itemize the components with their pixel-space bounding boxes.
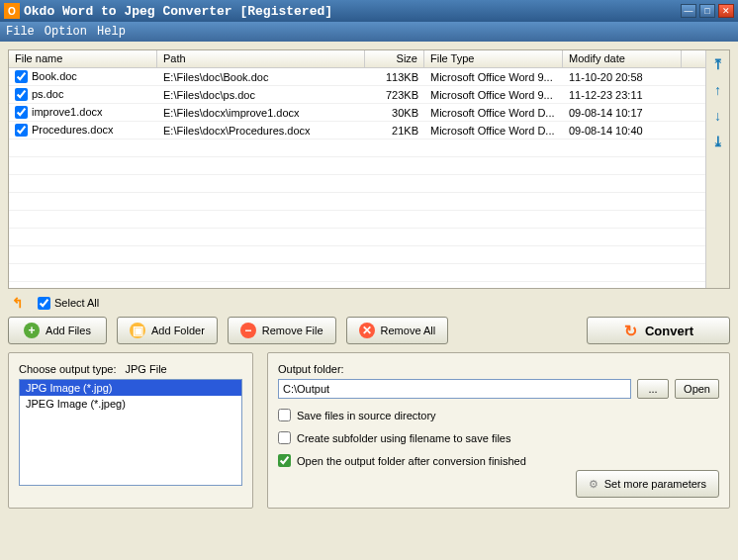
- file-list-panel: File name Path Size File Type Modify dat…: [8, 49, 730, 289]
- output-folder-input[interactable]: [278, 379, 631, 399]
- add-folder-label: Add Folder: [151, 325, 205, 336]
- menu-option[interactable]: Option: [45, 25, 87, 39]
- output-type-listbox[interactable]: JPG Image (*.jpg)JPEG Image (*.jpeg): [19, 379, 242, 486]
- col-header-path[interactable]: Path: [157, 50, 365, 67]
- list-item[interactable]: JPG Image (*.jpg): [20, 380, 241, 396]
- x-icon: ✕: [359, 323, 375, 338]
- gear-icon: ⚙: [589, 478, 599, 491]
- up-folder-icon[interactable]: ↰: [12, 295, 24, 311]
- save-in-source-label[interactable]: Save files in source directory: [297, 410, 436, 421]
- titlebar: O Okdo Word to Jpeg Converter [Registere…: [0, 0, 738, 22]
- convert-button[interactable]: ↻Convert: [587, 317, 730, 344]
- remove-file-button[interactable]: −Remove File: [228, 317, 336, 344]
- add-files-button[interactable]: +Add Files: [8, 317, 107, 344]
- app-icon: O: [4, 3, 20, 19]
- maximize-button[interactable]: □: [699, 4, 715, 18]
- output-type-current: JPG File: [126, 363, 167, 375]
- output-type-label: Choose output type:: [19, 363, 116, 375]
- create-subfolder-label[interactable]: Create subfolder using filename to save …: [297, 432, 510, 444]
- output-folder-panel: Output folder: ... Open Save files in so…: [267, 352, 730, 509]
- row-checkbox[interactable]: [15, 106, 28, 119]
- row-checkbox[interactable]: [15, 124, 28, 137]
- col-header-name[interactable]: File name: [9, 50, 157, 67]
- minimize-button[interactable]: —: [681, 4, 696, 18]
- select-all-label[interactable]: Select All: [54, 297, 99, 309]
- list-item[interactable]: JPEG Image (*.jpeg): [20, 396, 241, 412]
- add-folder-button[interactable]: ▣Add Folder: [117, 317, 218, 344]
- remove-all-button[interactable]: ✕Remove All: [346, 317, 449, 344]
- add-files-label: Add Files: [46, 325, 91, 336]
- window-title: Okdo Word to Jpeg Converter [Registered]: [24, 4, 681, 19]
- row-checkbox[interactable]: [15, 88, 28, 101]
- more-parameters-label: Set more parameters: [604, 478, 706, 490]
- move-bottom-button[interactable]: ⤓: [710, 134, 726, 149]
- browse-button[interactable]: ...: [637, 379, 669, 399]
- open-folder-button[interactable]: Open: [675, 379, 719, 399]
- table-row[interactable]: Procedures.docxE:\Files\docx\Procedures.…: [9, 122, 705, 140]
- menu-file[interactable]: File: [6, 25, 35, 39]
- folder-icon: ▣: [130, 323, 145, 338]
- output-folder-label: Output folder:: [278, 363, 719, 375]
- output-type-panel: Choose output type: JPG File JPG Image (…: [8, 352, 253, 509]
- create-subfolder-checkbox[interactable]: [278, 431, 291, 444]
- grid-header: File name Path Size File Type Modify dat…: [9, 50, 705, 68]
- table-row[interactable]: Book.docE:\Files\doc\Book.doc113KBMicros…: [9, 68, 705, 86]
- reorder-panel: ⤒ ↑ ↓ ⤓: [705, 50, 729, 288]
- move-down-button[interactable]: ↓: [710, 108, 726, 124]
- col-header-type[interactable]: File Type: [424, 50, 563, 67]
- more-parameters-button[interactable]: ⚙Set more parameters: [576, 470, 719, 498]
- move-top-button[interactable]: ⤒: [710, 56, 726, 72]
- open-after-label[interactable]: Open the output folder after conversion …: [297, 455, 526, 467]
- col-header-size[interactable]: Size: [365, 50, 424, 67]
- menu-help[interactable]: Help: [97, 25, 126, 39]
- convert-label: Convert: [645, 324, 693, 338]
- convert-icon: ↻: [623, 323, 639, 338]
- table-row[interactable]: improve1.docxE:\Files\docx\improve1.docx…: [9, 104, 705, 122]
- save-in-source-checkbox[interactable]: [278, 409, 291, 421]
- menubar: File Option Help: [0, 22, 738, 42]
- plus-icon: +: [24, 323, 40, 338]
- table-row[interactable]: ps.docE:\Files\doc\ps.doc723KBMicrosoft …: [9, 86, 705, 104]
- close-button[interactable]: ✕: [718, 4, 734, 18]
- minus-icon: −: [240, 323, 256, 338]
- select-all-checkbox[interactable]: [38, 297, 50, 310]
- remove-file-label: Remove File: [262, 325, 323, 336]
- remove-all-label: Remove All: [381, 325, 436, 336]
- open-after-checkbox[interactable]: [278, 454, 291, 467]
- col-header-date[interactable]: Modify date: [563, 50, 682, 67]
- move-up-button[interactable]: ↑: [710, 82, 726, 98]
- row-checkbox[interactable]: [15, 70, 28, 83]
